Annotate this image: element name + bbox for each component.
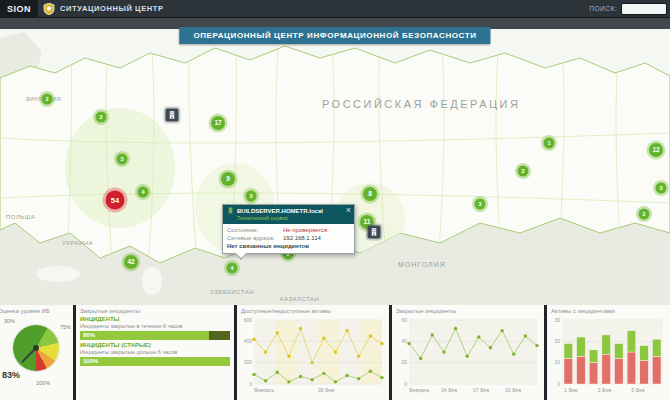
close-icon[interactable]: ×: [346, 205, 351, 215]
panel-closed-incidents-chart: Закрытые инциденты 0204060Февраль04 Фев0…: [392, 305, 544, 400]
popup-state-label: Состояние:: [227, 227, 283, 233]
progress-bar: 86%: [80, 331, 230, 340]
assets-availability-chart: 0200400600Февраль09 Фев: [240, 317, 385, 398]
dashboard-panels: Оценка уровня ИБ 30% 75% 100% 83% Закрыт…: [0, 305, 670, 400]
panel-title: Закрытые инциденты: [396, 308, 540, 314]
progress-fill: [80, 331, 209, 340]
incidents-old-metric: ИНЦИДЕНТЫ (СТАРЫЕ) Инциденты закрытые до…: [80, 342, 230, 366]
coat-of-arms-icon: [43, 3, 55, 15]
map-incident-marker[interactable]: 42: [124, 255, 138, 269]
map-incident-marker[interactable]: 3: [246, 191, 257, 202]
map-country-label: МОНГОЛИЯ: [398, 261, 446, 268]
map-incident-marker[interactable]: 2: [42, 94, 53, 105]
map-incident-marker[interactable]: 8: [363, 187, 377, 201]
metric-name: ИНЦИДЕНТЫ: [80, 316, 230, 322]
map-incident-marker[interactable]: 2: [96, 112, 107, 123]
svg-text:20: 20: [401, 359, 407, 365]
popup-title: BUILDSERVER.HOMETR.local: [227, 207, 350, 214]
map-incident-marker[interactable]: 54: [106, 191, 125, 210]
svg-text:0: 0: [404, 381, 407, 387]
ops-center-banner: ОПЕРАЦИОННЫЙ ЦЕНТР ИНФОРМАЦИОННОЙ БЕЗОПА…: [179, 27, 490, 44]
progress-value: 100%: [83, 357, 98, 366]
search-label: ПОИСК:: [589, 5, 617, 12]
top-navbar: SION СИТУАЦИОННЫЙ ЦЕНТР ПОИСК:: [0, 0, 670, 18]
map-incident-marker[interactable]: 9: [221, 172, 235, 186]
progress-fill: [80, 357, 230, 366]
map-building-marker[interactable]: [166, 109, 179, 122]
svg-text:1 Фев: 1 Фев: [564, 387, 578, 393]
search-area: ПОИСК:: [589, 3, 670, 15]
popup-state-value: Не проверяется: [283, 227, 350, 233]
svg-text:10 Фев: 10 Фев: [505, 387, 522, 393]
svg-text:07 Фев: 07 Фев: [473, 387, 490, 393]
panel-title: Активы с инцидентами: [551, 308, 666, 314]
svg-text:600: 600: [244, 317, 253, 323]
svg-text:10: 10: [554, 359, 560, 365]
svg-text:20: 20: [554, 338, 560, 344]
svg-text:09 Фев: 09 Фев: [318, 387, 335, 393]
map-incident-marker[interactable]: 3: [117, 154, 128, 165]
popup-body: Состояние: Не проверяется Сетевые адреса…: [223, 224, 354, 253]
svg-text:04 Фев: 04 Фев: [441, 387, 458, 393]
svg-text:5 Фев: 5 Фев: [631, 387, 645, 393]
closed-incidents-chart: 0204060Февраль04 Фев07 Фев10 Фев: [395, 317, 540, 398]
svg-text:Февраль: Февраль: [254, 387, 275, 393]
metric-desc: Инциденты закрытые в течении 6 часов: [80, 323, 230, 329]
map-container[interactable]: РОССИЙСКАЯ ФЕДЕРАЦИЯМОНГОЛИЯУКРАИНАПОЛЬШ…: [0, 18, 670, 305]
map-incident-marker[interactable]: 2: [518, 166, 529, 177]
gauge-tick: 30%: [4, 318, 15, 324]
building-icon: [227, 207, 234, 214]
panel-title: Доступные/недоступные активы: [241, 308, 385, 314]
map-country-label: РОССИЙСКАЯ ФЕДЕРАЦИЯ: [322, 98, 520, 110]
map-country-label: ПОЛЬША: [6, 214, 35, 220]
map-incident-marker[interactable]: 12: [649, 143, 663, 157]
gauge-tick: 100%: [36, 380, 50, 386]
metric-desc: Инциденты закрытые дольше 6 часов: [80, 349, 230, 355]
building-icon: [168, 111, 177, 120]
svg-text:400: 400: [244, 338, 253, 344]
progress-value: 86%: [83, 331, 95, 340]
popup-net-value: 192.168.1.114: [283, 235, 350, 241]
popup-net-label: Сетевые адреса:: [227, 235, 283, 241]
building-icon: [370, 228, 379, 237]
brand-logo[interactable]: SION: [0, 0, 38, 18]
incidents-metric: ИНЦИДЕНТЫ Инциденты закрытые в течении 6…: [80, 316, 230, 340]
assets-incidents-chart: 01020301 Фев3 Фев5 Фев: [550, 317, 666, 398]
svg-text:3 Фев: 3 Фев: [598, 387, 612, 393]
asset-popup: BUILDSERVER.HOMETR.local Технический сер…: [222, 204, 355, 254]
popup-title-text: BUILDSERVER.HOMETR.local: [237, 208, 323, 214]
app-title: СИТУАЦИОННЫЙ ЦЕНТР: [60, 4, 164, 13]
map-incident-marker[interactable]: 17: [211, 116, 225, 130]
map-country-label: УЗБЕКИСТАН: [210, 289, 254, 295]
popup-subtitle: Технический сервис: [237, 215, 350, 221]
panel-title: Оценка уровня ИБ: [0, 308, 69, 314]
security-level-gauge: 30% 75% 100% 83%: [4, 316, 73, 392]
popup-header: BUILDSERVER.HOMETR.local Технический сер…: [223, 205, 354, 224]
svg-text:30: 30: [554, 317, 560, 323]
svg-text:40: 40: [401, 338, 407, 344]
search-input[interactable]: [621, 3, 667, 15]
panel-assets-with-incidents: Активы с инцидентами 01020301 Фев3 Фев5 …: [547, 305, 670, 400]
map-country-label: УКРАИНА: [62, 240, 93, 246]
panel-security-gauge: Оценка уровня ИБ 30% 75% 100% 83%: [0, 305, 73, 400]
map-incident-marker[interactable]: 4: [138, 187, 149, 198]
map-incident-marker[interactable]: 3: [656, 183, 667, 194]
svg-text:0: 0: [557, 381, 560, 387]
progress-bar: 100%: [80, 357, 230, 366]
map-country-label: КАЗАХСТАН: [280, 296, 319, 302]
map-building-marker[interactable]: [368, 226, 381, 239]
map-incident-marker[interactable]: 3: [475, 199, 486, 210]
popup-footer: Нет связанных инцидентов: [227, 243, 350, 249]
svg-text:200: 200: [244, 359, 253, 365]
gauge-value: 83%: [2, 370, 20, 380]
svg-text:Февраль: Февраль: [409, 387, 430, 393]
map-incident-marker[interactable]: 4: [227, 263, 238, 274]
panel-title: Закрытые инциденты: [80, 308, 230, 314]
gauge-tick: 75%: [60, 324, 71, 330]
map-incident-marker[interactable]: 1: [544, 138, 555, 149]
map-incident-marker[interactable]: 2: [639, 209, 650, 220]
svg-text:0: 0: [249, 381, 252, 387]
metric-name: ИНЦИДЕНТЫ (СТАРЫЕ): [80, 342, 230, 348]
panel-closed-incidents-bars: Закрытые инциденты ИНЦИДЕНТЫ Инциденты з…: [76, 305, 234, 400]
svg-text:60: 60: [401, 317, 407, 323]
